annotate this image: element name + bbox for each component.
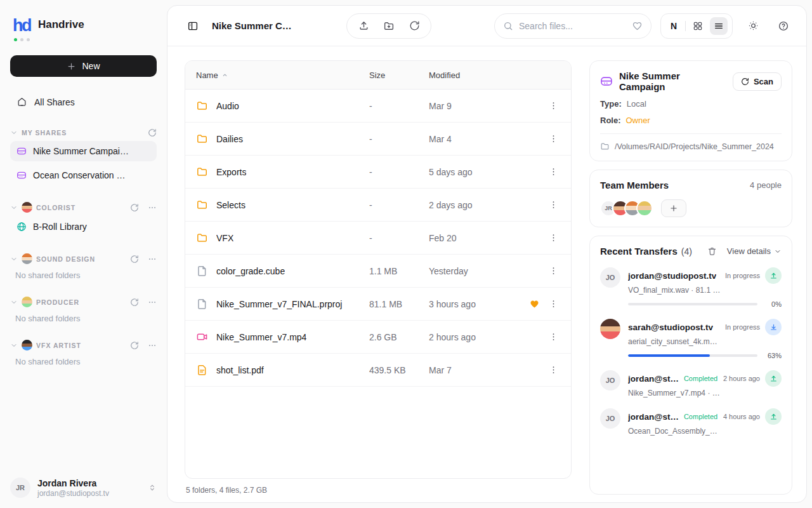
file-icon bbox=[196, 298, 208, 310]
upload-button[interactable] bbox=[353, 16, 374, 36]
transfer-status: Completed bbox=[684, 375, 717, 382]
sound-design-avatar bbox=[22, 253, 32, 264]
table-row-shot-list-pdf[interactable]: shot_list.pdf 439.5 KB Mar 7 bbox=[185, 354, 571, 387]
new-button[interactable]: New bbox=[10, 55, 157, 77]
table-row-exports[interactable]: Exports - 5 days ago bbox=[185, 156, 571, 189]
sun-icon bbox=[748, 20, 759, 31]
transfer-item[interactable]: sarah@studiopost.tv In progress aerial_c… bbox=[600, 319, 782, 359]
folder-icon bbox=[196, 199, 208, 211]
row-menu-button[interactable] bbox=[544, 134, 562, 144]
row-menu-button[interactable] bbox=[544, 200, 562, 210]
refresh-icon bbox=[741, 77, 749, 86]
upload-icon bbox=[769, 375, 778, 383]
row-menu-button[interactable] bbox=[544, 101, 562, 110]
transfers-count: (4) bbox=[681, 246, 692, 257]
member-avatar-producer[interactable] bbox=[636, 200, 653, 217]
sidebar-item-all-shares[interactable]: All Shares bbox=[10, 92, 157, 112]
refresh-icon[interactable] bbox=[130, 255, 139, 264]
empty-note: No shared folders bbox=[15, 357, 157, 366]
section-label: PRODUCER bbox=[36, 298, 79, 306]
section-sound-design[interactable]: SOUND DESIGN bbox=[10, 253, 157, 264]
new-folder-button[interactable] bbox=[379, 16, 399, 36]
workspace-initial[interactable]: N bbox=[665, 21, 682, 31]
transfer-file: VO_final_mix.wav · 81.1 … bbox=[628, 286, 782, 295]
search-input[interactable] bbox=[519, 21, 626, 31]
theme-toggle-button[interactable] bbox=[743, 16, 763, 36]
folder-icon bbox=[196, 133, 208, 145]
drive-icon bbox=[600, 75, 613, 88]
scan-button[interactable]: Scan bbox=[733, 72, 782, 91]
refresh-icon[interactable] bbox=[148, 128, 157, 137]
transfer-file: aerial_city_sunset_4k.m… bbox=[628, 337, 782, 346]
refresh-icon[interactable] bbox=[130, 341, 139, 350]
refresh-button[interactable] bbox=[404, 16, 424, 36]
transfer-item[interactable]: JO jordan@st… Completed 2 hours ago Nike… bbox=[600, 370, 782, 398]
table-row-color-grade-cube[interactable]: color_grade.cube 1.1 MB Yesterday bbox=[185, 255, 571, 288]
list-view-button[interactable] bbox=[710, 17, 728, 35]
more-icon[interactable] bbox=[148, 255, 157, 264]
more-icon[interactable] bbox=[148, 203, 157, 212]
favorite-heart-icon[interactable] bbox=[529, 298, 540, 309]
sidebar-item-nike-summer[interactable]: Nike Summer Campai… bbox=[10, 141, 157, 161]
main-body: Name Size Modified Audio - Mar 9 Dail bbox=[167, 46, 806, 502]
section-vfx-artist[interactable]: VFX ARTIST bbox=[10, 340, 157, 351]
sidebar-item-broll-library[interactable]: B-Roll Library bbox=[10, 217, 157, 237]
transfer-item[interactable]: JO jordan@studiopost.tv In progress VO_f… bbox=[600, 267, 782, 308]
more-icon[interactable] bbox=[148, 341, 157, 350]
row-menu-button[interactable] bbox=[544, 167, 562, 177]
app-name: Handrive bbox=[38, 18, 84, 31]
details-panel: Nike Summer Campaign Scan Type: Local Ro… bbox=[589, 60, 792, 495]
folder-icon bbox=[196, 232, 208, 244]
table-row-vfx[interactable]: VFX - Feb 20 bbox=[185, 222, 571, 255]
view-details-button[interactable]: View details bbox=[727, 246, 782, 256]
refresh-icon[interactable] bbox=[130, 298, 139, 307]
column-modified[interactable]: Modified bbox=[429, 70, 524, 80]
app-logo: hd bbox=[13, 14, 30, 37]
progress-bar bbox=[628, 303, 757, 305]
table-row-audio[interactable]: Audio - Mar 9 bbox=[185, 90, 571, 123]
upload-direction-button[interactable] bbox=[765, 370, 782, 387]
table-row-dailies[interactable]: Dailies - Mar 4 bbox=[185, 123, 571, 156]
user-menu[interactable]: JR Jordan Rivera jordan@studiopost.tv bbox=[0, 467, 167, 508]
progress-label: 0% bbox=[764, 300, 782, 308]
table-row-nike-summer-prproj[interactable]: Nike_Summer_v7_FINAL.prproj 81.1 MB 3 ho… bbox=[185, 288, 571, 321]
column-size[interactable]: Size bbox=[369, 70, 429, 80]
upload-direction-button[interactable] bbox=[765, 267, 782, 284]
transfer-email: sarah@studiopost.tv bbox=[628, 323, 713, 332]
transfer-avatar-sarah bbox=[600, 319, 620, 339]
section-my-shares[interactable]: MY SHARES bbox=[10, 128, 157, 137]
row-menu-button[interactable] bbox=[544, 332, 562, 342]
sidebar-item-ocean-conservation[interactable]: Ocean Conservation … bbox=[10, 165, 157, 185]
upload-icon bbox=[769, 413, 778, 421]
chevron-down-icon bbox=[10, 129, 18, 137]
help-button[interactable] bbox=[773, 16, 794, 36]
row-menu-button[interactable] bbox=[544, 266, 562, 276]
heart-outline-icon[interactable] bbox=[632, 20, 643, 31]
sidebar-toggle-button[interactable] bbox=[183, 16, 203, 36]
section-producer[interactable]: PRODUCER bbox=[10, 297, 157, 307]
column-name[interactable]: Name bbox=[196, 70, 369, 80]
home-icon bbox=[16, 97, 27, 107]
section-colorist[interactable]: COLORIST bbox=[10, 202, 157, 213]
drive-icon bbox=[16, 146, 27, 156]
refresh-icon[interactable] bbox=[130, 203, 139, 212]
row-menu-button[interactable] bbox=[544, 365, 562, 375]
upload-icon bbox=[769, 272, 778, 280]
table-row-selects[interactable]: Selects - 2 days ago bbox=[185, 189, 571, 222]
row-menu-button[interactable] bbox=[544, 299, 562, 309]
divider bbox=[685, 21, 686, 31]
download-direction-button[interactable] bbox=[765, 319, 782, 335]
upload-direction-button[interactable] bbox=[765, 408, 782, 425]
more-icon[interactable] bbox=[148, 298, 157, 307]
trash-icon[interactable] bbox=[707, 246, 717, 256]
table-row-nike-summer-mp4[interactable]: Nike_Summer_v7.mp4 2.6 GB 2 hours ago bbox=[185, 321, 571, 354]
drive-icon bbox=[16, 170, 27, 180]
transfer-status: Completed bbox=[684, 413, 717, 420]
add-member-button[interactable] bbox=[661, 199, 686, 217]
transfer-item[interactable]: JO jordan@st… Completed 4 hours ago Ocea… bbox=[600, 408, 782, 436]
new-button-label: New bbox=[82, 61, 100, 71]
panel-left-icon bbox=[187, 20, 199, 32]
row-menu-button[interactable] bbox=[544, 233, 562, 243]
transfer-time: 4 hours ago bbox=[723, 413, 760, 420]
grid-view-button[interactable] bbox=[689, 17, 707, 35]
